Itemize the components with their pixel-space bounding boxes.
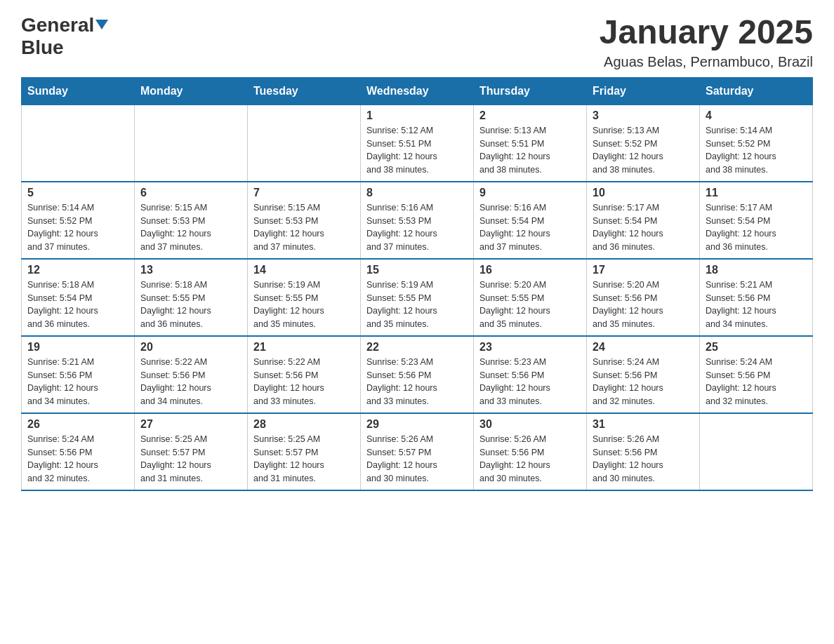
calendar-cell: 2Sunrise: 5:13 AMSunset: 5:51 PMDaylight… [474, 105, 587, 182]
day-info: Sunrise: 5:22 AMSunset: 5:56 PMDaylight:… [253, 356, 355, 408]
logo: General Blue [21, 14, 108, 59]
calendar-header-row: SundayMondayTuesdayWednesdayThursdayFrid… [22, 77, 813, 105]
calendar-cell: 15Sunrise: 5:19 AMSunset: 5:55 PMDayligh… [361, 259, 474, 336]
calendar-cell: 23Sunrise: 5:23 AMSunset: 5:56 PMDayligh… [474, 336, 587, 413]
title-block: January 2025 Aguas Belas, Pernambuco, Br… [600, 14, 813, 70]
day-info: Sunrise: 5:25 AMSunset: 5:57 PMDaylight:… [140, 433, 241, 485]
day-number: 20 [140, 341, 241, 354]
calendar-header-saturday: Saturday [700, 77, 813, 105]
day-number: 4 [706, 109, 807, 122]
logo-text-general: General [21, 14, 108, 36]
calendar-cell: 11Sunrise: 5:17 AMSunset: 5:54 PMDayligh… [700, 182, 813, 259]
calendar-cell [22, 105, 135, 182]
day-number: 17 [593, 264, 694, 276]
day-info: Sunrise: 5:25 AMSunset: 5:57 PMDaylight:… [253, 433, 355, 485]
calendar-cell: 10Sunrise: 5:17 AMSunset: 5:54 PMDayligh… [587, 182, 700, 259]
calendar-header-wednesday: Wednesday [361, 77, 474, 105]
calendar-cell: 3Sunrise: 5:13 AMSunset: 5:52 PMDaylight… [587, 105, 700, 182]
day-number: 31 [593, 418, 694, 431]
day-info: Sunrise: 5:26 AMSunset: 5:57 PMDaylight:… [366, 433, 468, 485]
day-number: 23 [479, 341, 581, 354]
day-info: Sunrise: 5:16 AMSunset: 5:54 PMDaylight:… [479, 201, 581, 254]
day-number: 3 [593, 109, 694, 122]
calendar-cell: 9Sunrise: 5:16 AMSunset: 5:54 PMDaylight… [474, 182, 587, 259]
calendar-cell: 31Sunrise: 5:26 AMSunset: 5:56 PMDayligh… [587, 413, 700, 490]
calendar-cell: 6Sunrise: 5:15 AMSunset: 5:53 PMDaylight… [135, 182, 248, 259]
day-number: 1 [366, 109, 468, 122]
day-number: 25 [706, 341, 807, 354]
day-info: Sunrise: 5:17 AMSunset: 5:54 PMDaylight:… [706, 201, 807, 254]
logo-text-blue: Blue [21, 36, 64, 58]
day-number: 21 [253, 341, 355, 354]
calendar-cell: 24Sunrise: 5:24 AMSunset: 5:56 PMDayligh… [587, 336, 700, 413]
day-number: 14 [253, 264, 355, 276]
day-info: Sunrise: 5:15 AMSunset: 5:53 PMDaylight:… [253, 201, 355, 254]
day-number: 12 [27, 264, 128, 276]
day-number: 8 [366, 187, 468, 199]
day-info: Sunrise: 5:17 AMSunset: 5:54 PMDaylight:… [593, 201, 694, 254]
day-number: 16 [479, 264, 581, 276]
logo-triangle-icon [95, 20, 108, 29]
calendar-week-row: 1Sunrise: 5:12 AMSunset: 5:51 PMDaylight… [22, 105, 813, 182]
page-title: January 2025 [600, 14, 813, 51]
day-info: Sunrise: 5:26 AMSunset: 5:56 PMDaylight:… [479, 433, 581, 485]
calendar-cell: 14Sunrise: 5:19 AMSunset: 5:55 PMDayligh… [248, 259, 361, 336]
calendar-header-sunday: Sunday [22, 77, 135, 105]
calendar-cell [135, 105, 248, 182]
day-info: Sunrise: 5:13 AMSunset: 5:52 PMDaylight:… [593, 124, 694, 177]
calendar-cell: 25Sunrise: 5:24 AMSunset: 5:56 PMDayligh… [700, 336, 813, 413]
day-number: 5 [27, 187, 128, 199]
day-info: Sunrise: 5:19 AMSunset: 5:55 PMDaylight:… [366, 279, 468, 331]
calendar-cell: 18Sunrise: 5:21 AMSunset: 5:56 PMDayligh… [700, 259, 813, 336]
day-info: Sunrise: 5:20 AMSunset: 5:56 PMDaylight:… [593, 279, 694, 331]
calendar-cell: 29Sunrise: 5:26 AMSunset: 5:57 PMDayligh… [361, 413, 474, 490]
day-number: 10 [593, 187, 694, 199]
day-info: Sunrise: 5:23 AMSunset: 5:56 PMDaylight:… [366, 356, 468, 408]
day-info: Sunrise: 5:16 AMSunset: 5:53 PMDaylight:… [366, 201, 468, 254]
calendar-cell [248, 105, 361, 182]
calendar-header-friday: Friday [587, 77, 700, 105]
day-number: 26 [27, 418, 128, 431]
day-number: 18 [706, 264, 807, 276]
day-number: 29 [366, 418, 468, 431]
day-number: 2 [479, 109, 581, 122]
day-info: Sunrise: 5:12 AMSunset: 5:51 PMDaylight:… [366, 124, 468, 177]
day-number: 27 [140, 418, 241, 431]
day-info: Sunrise: 5:14 AMSunset: 5:52 PMDaylight:… [706, 124, 807, 177]
calendar-cell: 28Sunrise: 5:25 AMSunset: 5:57 PMDayligh… [248, 413, 361, 490]
day-number: 19 [27, 341, 128, 354]
calendar-cell: 21Sunrise: 5:22 AMSunset: 5:56 PMDayligh… [248, 336, 361, 413]
day-info: Sunrise: 5:18 AMSunset: 5:54 PMDaylight:… [27, 279, 128, 331]
calendar-cell [700, 413, 813, 490]
calendar-cell: 20Sunrise: 5:22 AMSunset: 5:56 PMDayligh… [135, 336, 248, 413]
calendar-cell: 5Sunrise: 5:14 AMSunset: 5:52 PMDaylight… [22, 182, 135, 259]
page-subtitle: Aguas Belas, Pernambuco, Brazil [600, 54, 813, 70]
calendar-week-row: 5Sunrise: 5:14 AMSunset: 5:52 PMDaylight… [22, 182, 813, 259]
day-number: 24 [593, 341, 694, 354]
day-number: 30 [479, 418, 581, 431]
calendar-table: SundayMondayTuesdayWednesdayThursdayFrid… [21, 77, 813, 491]
day-number: 7 [253, 187, 355, 199]
day-number: 13 [140, 264, 241, 276]
day-info: Sunrise: 5:21 AMSunset: 5:56 PMDaylight:… [27, 356, 128, 408]
calendar-week-row: 19Sunrise: 5:21 AMSunset: 5:56 PMDayligh… [22, 336, 813, 413]
day-info: Sunrise: 5:26 AMSunset: 5:56 PMDaylight:… [593, 433, 694, 485]
calendar-cell: 12Sunrise: 5:18 AMSunset: 5:54 PMDayligh… [22, 259, 135, 336]
calendar-week-row: 12Sunrise: 5:18 AMSunset: 5:54 PMDayligh… [22, 259, 813, 336]
calendar-cell: 27Sunrise: 5:25 AMSunset: 5:57 PMDayligh… [135, 413, 248, 490]
day-number: 11 [706, 187, 807, 199]
day-number: 22 [366, 341, 468, 354]
calendar-cell: 26Sunrise: 5:24 AMSunset: 5:56 PMDayligh… [22, 413, 135, 490]
day-number: 6 [140, 187, 241, 199]
day-number: 15 [366, 264, 468, 276]
day-info: Sunrise: 5:20 AMSunset: 5:55 PMDaylight:… [479, 279, 581, 331]
calendar-cell: 22Sunrise: 5:23 AMSunset: 5:56 PMDayligh… [361, 336, 474, 413]
day-info: Sunrise: 5:15 AMSunset: 5:53 PMDaylight:… [140, 201, 241, 254]
calendar-week-row: 26Sunrise: 5:24 AMSunset: 5:56 PMDayligh… [22, 413, 813, 490]
calendar-cell: 1Sunrise: 5:12 AMSunset: 5:51 PMDaylight… [361, 105, 474, 182]
day-info: Sunrise: 5:19 AMSunset: 5:55 PMDaylight:… [253, 279, 355, 331]
day-info: Sunrise: 5:18 AMSunset: 5:55 PMDaylight:… [140, 279, 241, 331]
calendar-cell: 17Sunrise: 5:20 AMSunset: 5:56 PMDayligh… [587, 259, 700, 336]
day-info: Sunrise: 5:24 AMSunset: 5:56 PMDaylight:… [593, 356, 694, 408]
calendar-header-tuesday: Tuesday [248, 77, 361, 105]
